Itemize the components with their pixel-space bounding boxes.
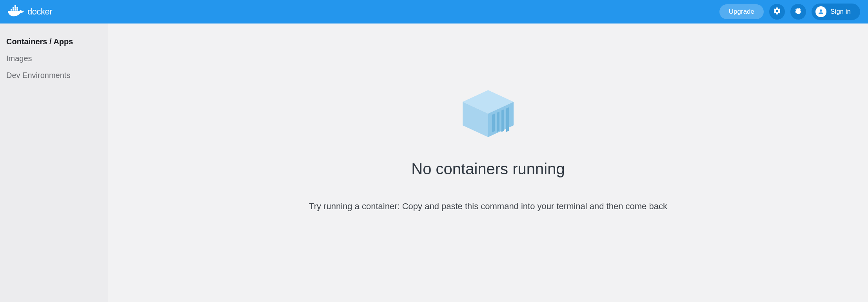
layout: Containers / Apps Images Dev Environment…: [0, 24, 868, 302]
svg-rect-6: [16, 7, 18, 9]
sidebar-item-containers[interactable]: Containers / Apps: [6, 33, 102, 50]
container-box-icon: [459, 88, 518, 141]
settings-button[interactable]: [769, 4, 785, 20]
main-content: No containers running Try running a cont…: [108, 24, 868, 302]
upgrade-button[interactable]: Upgrade: [719, 4, 764, 19]
signin-button[interactable]: Sign in: [812, 4, 860, 20]
svg-marker-17: [501, 109, 504, 128]
brand-text: docker: [27, 7, 52, 17]
empty-state-subtext: Try running a container: Copy and paste …: [309, 201, 667, 212]
bug-icon: [794, 7, 803, 17]
troubleshoot-button[interactable]: [790, 4, 806, 20]
logo-area[interactable]: docker: [8, 5, 52, 18]
svg-marker-16: [497, 112, 499, 130]
docker-whale-icon: [8, 5, 24, 18]
svg-rect-3: [16, 9, 18, 11]
svg-rect-0: [11, 9, 12, 11]
svg-rect-5: [15, 7, 16, 9]
sidebar-item-dev-environments[interactable]: Dev Environments: [6, 67, 102, 84]
sidebar-item-label: Images: [6, 54, 32, 63]
sidebar: Containers / Apps Images Dev Environment…: [0, 24, 108, 302]
svg-rect-7: [15, 5, 16, 7]
svg-marker-18: [506, 107, 509, 126]
gear-icon: [773, 7, 781, 17]
sidebar-item-label: Containers / Apps: [6, 37, 73, 46]
signin-label: Sign in: [830, 8, 851, 16]
svg-rect-4: [13, 7, 14, 9]
sidebar-item-label: Dev Environments: [6, 71, 70, 80]
header-actions: Upgrade Sign in: [719, 4, 860, 20]
svg-rect-2: [15, 9, 16, 11]
sidebar-item-images[interactable]: Images: [6, 50, 102, 67]
person-icon: [815, 6, 826, 17]
svg-rect-1: [13, 9, 14, 11]
header: docker Upgrade Sign in: [0, 0, 868, 24]
empty-state-title: No containers running: [411, 160, 565, 178]
svg-marker-15: [492, 114, 495, 132]
